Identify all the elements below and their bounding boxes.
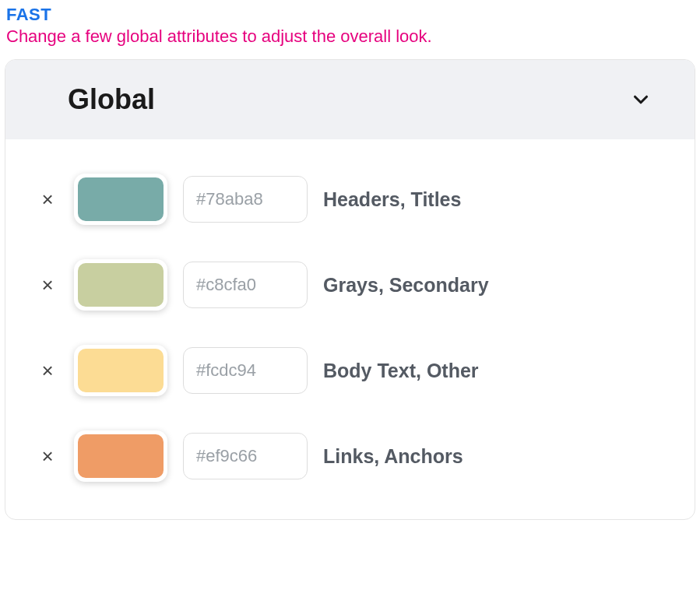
close-icon: × [41,273,53,297]
chevron-down-icon [629,88,653,111]
panel-title: Global [68,83,155,116]
color-label: Links, Anchors [323,445,463,468]
global-panel: Global × Headers, Titles × [5,59,695,520]
color-label: Headers, Titles [323,188,461,211]
color-swatch [78,263,164,307]
remove-button[interactable]: × [37,360,58,381]
color-row: × Headers, Titles [37,174,657,225]
collapse-toggle[interactable] [624,83,657,116]
close-icon: × [41,444,53,468]
color-row: × Grays, Secondary [37,259,657,311]
close-icon: × [41,188,53,211]
hex-input[interactable] [183,347,308,394]
color-label: Grays, Secondary [323,274,489,297]
color-row: × Body Text, Other [37,345,657,396]
color-swatch-button[interactable] [74,430,167,482]
remove-button[interactable]: × [37,275,58,295]
color-swatch-button[interactable] [74,259,167,311]
page-subtitle: Change a few global attributes to adjust… [6,26,695,47]
color-swatch-button[interactable] [74,345,167,396]
color-swatch [78,434,164,478]
color-swatch [78,177,164,221]
color-swatch-button[interactable] [74,174,167,225]
color-row: × Links, Anchors [37,430,657,482]
color-label: Body Text, Other [323,360,479,382]
panel-header[interactable]: Global [5,60,695,139]
hex-input[interactable] [183,262,308,308]
color-swatch [78,349,164,392]
hex-input[interactable] [183,433,308,479]
close-icon: × [41,359,53,382]
panel-body: × Headers, Titles × Grays, Secondary × [5,139,695,519]
fast-tag: FAST [6,5,695,25]
remove-button[interactable]: × [37,446,58,466]
hex-input[interactable] [183,176,308,223]
remove-button[interactable]: × [37,189,58,209]
